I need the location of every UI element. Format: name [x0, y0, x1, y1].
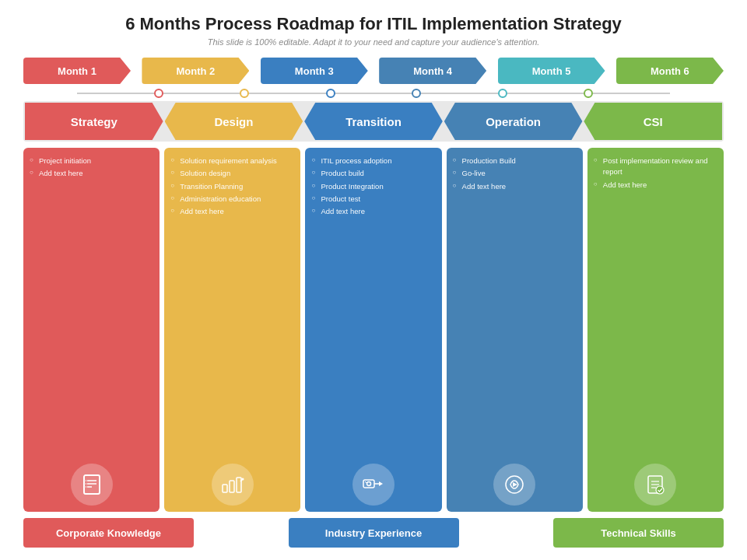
card-item: Product Integration: [311, 181, 435, 192]
month-tag-6: Month 6: [616, 58, 724, 84]
phase-transition: Transition: [304, 103, 443, 140]
card-item: Post implementation review and report: [594, 156, 717, 178]
card-design-icon: [212, 464, 254, 506]
card-item: Administration education: [170, 194, 294, 205]
card-transition-text: ITIL process adoption Product build Prod…: [311, 156, 435, 457]
dot-4: [412, 89, 421, 98]
phase-strategy: Strategy: [25, 103, 163, 140]
svg-rect-9: [237, 478, 241, 492]
card-transition: ITIL process adoption Product build Prod…: [305, 148, 441, 512]
svg-rect-8: [230, 481, 234, 492]
phase-operation: Operation: [444, 103, 583, 140]
card-item: Transition Planning: [170, 181, 294, 192]
svg-rect-12: [363, 480, 374, 488]
card-transition-icon: [352, 464, 395, 506]
card-item: Go-live: [453, 168, 577, 179]
card-item: Solution design: [170, 168, 294, 179]
dot-2: [240, 89, 249, 98]
dot-1: [154, 89, 163, 98]
month-tag-5: Month 5: [498, 58, 605, 84]
bottom-spacer-1: [198, 518, 284, 548]
month-tag-1: Month 1: [23, 58, 131, 84]
bottom-tag-corporate: Corporate Knowledge: [23, 518, 194, 548]
card-csi: Post implementation review and report Ad…: [587, 148, 724, 512]
cards-row: Project initiation Add text here: [23, 148, 724, 512]
svg-rect-0: [84, 475, 100, 494]
card-item: Add text here: [594, 180, 717, 191]
card-operation: Production Build Go-live Add text here: [447, 148, 583, 512]
card-operation-icon: [493, 464, 535, 506]
svg-point-15: [367, 482, 371, 486]
slide: 6 Months Process Roadmap for ITIL Implem…: [0, 0, 747, 560]
dot-6: [584, 89, 593, 98]
dot-5: [498, 89, 507, 98]
card-item: ITIL process adoption: [311, 156, 435, 166]
card-csi-icon: [634, 464, 676, 506]
card-item: Product build: [311, 168, 435, 179]
phase-design: Design: [165, 103, 303, 140]
card-strategy-icon: [71, 464, 113, 506]
card-csi-text: Post implementation review and report Ad…: [594, 156, 717, 457]
card-item: Production Build: [453, 156, 577, 166]
dot-3: [326, 89, 335, 98]
bottom-tags-row: Corporate Knowledge Industry Experience …: [23, 518, 724, 548]
card-item: Add text here: [311, 206, 435, 217]
svg-rect-7: [223, 485, 227, 492]
bottom-tag-technical: Technical Skills: [553, 518, 724, 548]
card-item: Add text here: [453, 181, 577, 192]
phase-csi: CSI: [584, 103, 722, 140]
svg-marker-14: [379, 481, 383, 486]
card-item: Project initiation: [30, 156, 153, 166]
slide-subtitle: This slide is 100% editable. Adapt it to…: [208, 37, 540, 47]
card-item: Product test: [311, 194, 435, 205]
card-item: Add text here: [30, 168, 153, 179]
slide-title: 6 Months Process Roadmap for ITIL Implem…: [125, 14, 622, 34]
card-item: Add text here: [170, 206, 294, 217]
card-design-text: Solution requirement analysis Solution d…: [170, 156, 294, 457]
svg-line-16: [365, 481, 366, 483]
card-operation-text: Production Build Go-live Add text here: [453, 156, 577, 457]
connector-row: [23, 89, 724, 98]
months-row: Month 1 Month 2 Month 3 Month 4 Month 5 …: [23, 58, 724, 84]
month-tag-4: Month 4: [379, 58, 486, 84]
svg-marker-18: [513, 482, 517, 487]
month-tag-2: Month 2: [142, 58, 249, 84]
card-strategy-text: Project initiation Add text here: [30, 156, 153, 457]
month-tag-3: Month 3: [261, 58, 368, 84]
svg-point-11: [241, 478, 244, 481]
card-strategy: Project initiation Add text here: [23, 148, 160, 512]
bottom-spacer-2: [464, 518, 549, 548]
card-item: Solution requirement analysis: [170, 156, 294, 166]
bottom-tag-industry: Industry Experience: [289, 518, 459, 548]
svg-point-23: [656, 486, 664, 494]
card-design: Solution requirement analysis Solution d…: [164, 148, 300, 512]
phases-row: Strategy Design Transition Operation CSI: [23, 101, 724, 142]
